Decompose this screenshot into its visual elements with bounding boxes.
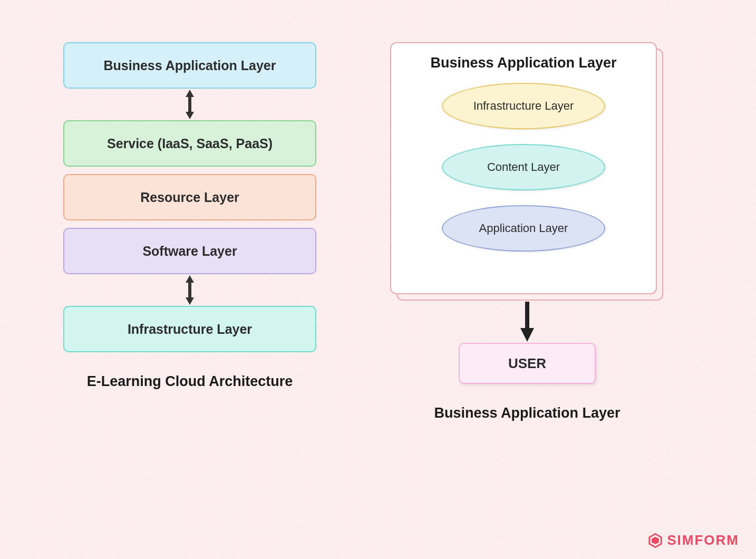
left-caption: E-Learning Cloud Architecture xyxy=(87,373,293,390)
ellipse-content: Content Layer xyxy=(442,144,605,190)
layer-label: Software Layer xyxy=(142,244,237,259)
ellipse-application: Application Layer xyxy=(442,205,605,252)
right-caption: Business Application Layer xyxy=(434,405,620,421)
arrow-double-1 xyxy=(184,89,196,120)
svg-rect-2 xyxy=(525,302,529,328)
layer-label: Infrastructure Layer xyxy=(128,322,252,337)
layer-resource: Resource Layer xyxy=(63,174,316,220)
arrow-down xyxy=(520,301,534,343)
ellipse-label: Infrastructure Layer xyxy=(473,99,574,113)
user-label: USER xyxy=(508,355,546,372)
layer-business-application: Business Application Layer xyxy=(63,42,316,89)
layer-software: Software Layer xyxy=(63,228,316,274)
arrow-double-2 xyxy=(184,274,196,306)
card-title: Business Application Layer xyxy=(430,55,616,71)
svg-marker-3 xyxy=(520,328,534,342)
layer-service: Service (IaaS, SaaS, PaaS) xyxy=(63,120,316,167)
ellipse-infrastructure: Infrastructure Layer xyxy=(442,83,605,129)
ellipse-label: Content Layer xyxy=(487,160,560,174)
layer-label: Resource Layer xyxy=(140,190,239,205)
svg-marker-1 xyxy=(186,275,194,305)
layer-infrastructure: Infrastructure Layer xyxy=(63,306,316,352)
svg-marker-5 xyxy=(652,537,659,544)
logo-text: SIMFORM xyxy=(667,532,739,548)
simform-logo: SIMFORM xyxy=(648,532,739,548)
svg-marker-0 xyxy=(186,90,194,119)
layer-label: Service (IaaS, SaaS, PaaS) xyxy=(107,136,273,151)
logo-icon xyxy=(648,533,663,548)
business-application-card-wrap: Business Application Layer Infrastructur… xyxy=(390,42,664,301)
ellipse-label: Application Layer xyxy=(479,221,568,235)
user-box: USER xyxy=(459,343,596,384)
business-application-card: Business Application Layer Infrastructur… xyxy=(390,42,657,294)
right-diagram: Business Application Layer Infrastructur… xyxy=(390,42,664,421)
layer-label: Business Application Layer xyxy=(104,58,276,73)
left-diagram: Business Application Layer Service (IaaS… xyxy=(53,42,327,390)
